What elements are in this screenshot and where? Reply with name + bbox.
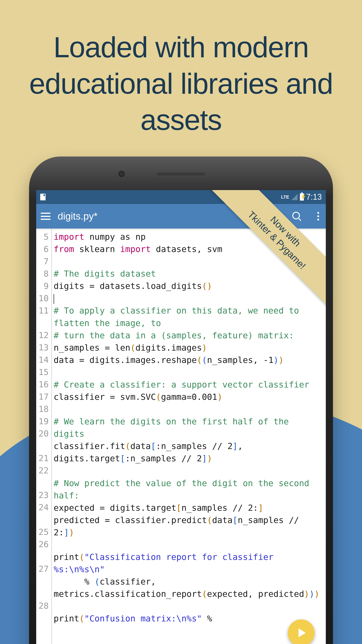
code-line[interactable]: classifier = svm.SVC(gamma=0.001) bbox=[54, 391, 324, 403]
code-line[interactable] bbox=[54, 292, 324, 304]
network-label: LTE bbox=[281, 194, 289, 200]
line-gutter: 5678910111213141516171819202122232425262… bbox=[36, 228, 52, 644]
line-number: 14 bbox=[38, 354, 49, 366]
line-number: 21 bbox=[38, 452, 49, 464]
line-number: 8 bbox=[38, 268, 49, 280]
file-title: digits.py* bbox=[58, 211, 285, 222]
clock: 7:13 bbox=[306, 192, 322, 202]
line-number: 27 bbox=[38, 563, 49, 575]
code-line[interactable]: # The digits dataset bbox=[54, 268, 324, 280]
app-bar: digits.py* bbox=[36, 204, 326, 228]
code-line[interactable]: import numpy as np bbox=[54, 231, 324, 243]
code-line[interactable] bbox=[54, 539, 324, 551]
code-line[interactable]: n_samples = len(digits.images) bbox=[54, 342, 324, 354]
line-number: 16 bbox=[38, 378, 49, 391]
code-line[interactable]: expected = digits.target[n_samples // 2:… bbox=[54, 502, 324, 514]
phone-frame: LTE 7:13 digits.py* Now with Tkinter & P… bbox=[29, 156, 333, 644]
code-line[interactable]: # Create a classifier: a support vector … bbox=[54, 378, 324, 391]
sdcard-icon bbox=[40, 194, 45, 200]
code-line[interactable]: % (classifier, metrics.classification_re… bbox=[54, 576, 324, 612]
line-number: 23 bbox=[38, 489, 49, 501]
line-number: 9 bbox=[38, 280, 49, 292]
menu-button[interactable] bbox=[41, 213, 50, 220]
line-number: 18 bbox=[38, 403, 49, 415]
line-number: 25 bbox=[38, 526, 49, 538]
code-line[interactable] bbox=[54, 255, 324, 268]
code-line[interactable]: # turn the data in a (samples, feature) … bbox=[54, 330, 324, 342]
line-number: 20 bbox=[38, 428, 49, 440]
code-line[interactable]: # To apply a classifier on this data, we… bbox=[54, 304, 324, 329]
line-number: 13 bbox=[38, 342, 49, 354]
line-number: 5 bbox=[38, 231, 49, 243]
line-number: 17 bbox=[38, 391, 49, 403]
line-number: 6 bbox=[38, 243, 49, 255]
line-number: 12 bbox=[38, 329, 49, 342]
line-number: 28 bbox=[38, 600, 49, 612]
line-number: 19 bbox=[38, 415, 49, 428]
run-button[interactable] bbox=[288, 620, 315, 644]
line-number: 15 bbox=[38, 366, 49, 378]
signal-icon bbox=[291, 194, 298, 200]
code-line[interactable]: classifier.fit(data[:n_samples // 2], di… bbox=[54, 440, 324, 465]
code-line[interactable] bbox=[54, 403, 324, 416]
search-icon[interactable] bbox=[292, 212, 301, 221]
line-number: 7 bbox=[38, 255, 49, 268]
code-line[interactable]: data = digits.images.reshape((n_samples,… bbox=[54, 354, 324, 366]
phone-speaker bbox=[156, 172, 206, 176]
line-number: 26 bbox=[38, 538, 49, 550]
battery-charging-icon bbox=[300, 194, 304, 200]
overflow-menu-icon[interactable] bbox=[315, 212, 321, 220]
code-line[interactable]: # Now predict the value of the digit on … bbox=[54, 477, 324, 502]
phone-camera bbox=[118, 171, 125, 177]
screen: LTE 7:13 digits.py* Now with Tkinter & P… bbox=[36, 190, 326, 644]
code-line[interactable]: # We learn the digits on the first half … bbox=[54, 416, 324, 440]
code-line[interactable] bbox=[54, 366, 324, 378]
line-number: 11 bbox=[38, 304, 49, 317]
line-number: 22 bbox=[38, 464, 49, 477]
line-number: 10 bbox=[38, 292, 49, 304]
play-icon bbox=[299, 628, 306, 637]
code-line[interactable]: print("Confusion matrix:\n%s" % bbox=[54, 612, 324, 625]
code-line[interactable]: digits = datasets.load_digits() bbox=[54, 280, 324, 292]
code-line[interactable]: predicted = classifier.predict(data[n_sa… bbox=[54, 514, 324, 539]
code-editor[interactable]: 5678910111213141516171819202122232425262… bbox=[36, 228, 326, 644]
code-line[interactable]: print("Classification report for classif… bbox=[54, 551, 324, 576]
code-line[interactable] bbox=[54, 465, 324, 477]
promo-headline: Loaded with modern educational libraries… bbox=[0, 0, 362, 138]
code-line[interactable]: from sklearn import datasets, svm bbox=[54, 243, 324, 255]
code-area[interactable]: import numpy as npfrom sklearn import da… bbox=[52, 228, 326, 644]
line-number: 24 bbox=[38, 501, 49, 514]
status-bar: LTE 7:13 bbox=[36, 190, 326, 204]
